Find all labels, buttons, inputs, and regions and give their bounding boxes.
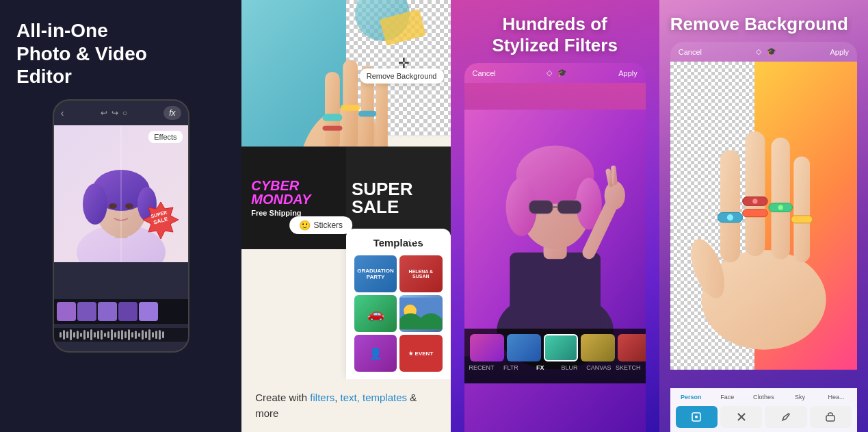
sale-text: SALE bbox=[352, 198, 445, 216]
redo-icon: ↪ bbox=[111, 108, 118, 118]
wave-bar bbox=[162, 331, 164, 338]
waveform-visual bbox=[54, 328, 188, 342]
fx-button[interactable]: fx bbox=[163, 106, 181, 120]
cyber-monday-text: CYBER bbox=[251, 179, 337, 192]
select-tool-button[interactable] bbox=[676, 406, 718, 428]
text-templates-link: text, templates bbox=[340, 392, 407, 403]
remove-background-badge: Remove Background bbox=[360, 68, 444, 84]
wave-bar bbox=[83, 330, 86, 340]
wave-bar bbox=[66, 331, 68, 338]
svg-rect-39 bbox=[464, 110, 646, 357]
super-text: SUPER bbox=[352, 180, 445, 198]
templates-panel: Templates GRADUATIONPARTY HELENA & SUSAN… bbox=[346, 229, 451, 379]
panel-1-title: All-in-One Photo & Video Editor bbox=[16, 19, 225, 88]
apply-button-3[interactable]: Apply bbox=[618, 69, 637, 77]
back-arrow-icon: ‹ bbox=[61, 107, 64, 118]
wave-bar bbox=[63, 330, 65, 340]
svg-rect-20 bbox=[358, 111, 376, 117]
panel-3: Hundreds of Stylized Filters Cancel ◇ 🎓 … bbox=[451, 0, 659, 432]
timeline-thumb bbox=[98, 302, 117, 321]
sale-sticker: SUPER SALE bbox=[140, 201, 181, 242]
wave-bar bbox=[128, 329, 130, 340]
timeline-strip bbox=[54, 299, 188, 324]
wave-bar bbox=[60, 332, 62, 338]
filter-tab-blur[interactable]: BLUR bbox=[555, 364, 584, 371]
tab-face[interactable]: Face bbox=[709, 392, 746, 402]
wave-bar bbox=[159, 330, 161, 340]
info-icon: ○ bbox=[122, 108, 127, 118]
svg-rect-43 bbox=[745, 131, 765, 256]
filter-tab-fx[interactable]: FX bbox=[525, 364, 555, 371]
hand-with-rings bbox=[670, 62, 857, 370]
tab-person[interactable]: Person bbox=[673, 392, 709, 402]
svg-rect-48 bbox=[742, 209, 767, 217]
phone-4-top-bar: Cancel ◇ 🎓 Apply bbox=[670, 42, 857, 62]
filter-thumb-5[interactable] bbox=[618, 334, 646, 361]
draw-tool-button[interactable] bbox=[765, 406, 806, 428]
wave-bar bbox=[145, 331, 147, 338]
effects-badge: Effects bbox=[148, 131, 182, 143]
wave-bar bbox=[97, 331, 99, 339]
wave-bar bbox=[80, 333, 82, 337]
filter-thumb-3-active[interactable] bbox=[544, 334, 578, 361]
templates-grid: GRADUATIONPARTY HELENA & SUSAN 🚗 👤 bbox=[354, 255, 443, 372]
filter-thumbnails bbox=[464, 329, 646, 364]
timeline-thumb bbox=[77, 302, 96, 321]
tab-sky[interactable]: Sky bbox=[782, 392, 818, 402]
template-thumb-graduation: GRADUATIONPARTY bbox=[354, 255, 397, 292]
svg-rect-16 bbox=[376, 78, 388, 150]
filter-tab-sketch[interactable]: SKETCH bbox=[614, 364, 643, 371]
filter-tab-labels: RECENT FLTR FX BLUR CANVAS SKETCH bbox=[464, 364, 646, 371]
toolbar-icons: ↩ ↪ ○ bbox=[101, 108, 127, 118]
apply-button-4[interactable]: Apply bbox=[830, 48, 849, 56]
filter-thumb-2[interactable] bbox=[507, 334, 541, 361]
erase-tool-button[interactable] bbox=[810, 406, 852, 428]
filter-tab-fltr[interactable]: FLTR bbox=[496, 364, 525, 371]
wave-bar bbox=[94, 332, 96, 338]
wave-bar bbox=[87, 331, 89, 338]
svg-point-53 bbox=[778, 205, 782, 210]
phone-screen-3: Cancel ◇ 🎓 Apply bbox=[464, 63, 646, 432]
svg-rect-42 bbox=[720, 150, 740, 262]
filter-tab-recent[interactable]: RECENT bbox=[467, 364, 497, 371]
phone-4-toolbar-icons: ◇ 🎓 bbox=[756, 47, 776, 56]
graduation-icon: 🎓 bbox=[557, 68, 567, 77]
wave-bar bbox=[118, 331, 120, 339]
filter-tab-canvas[interactable]: CANVAS bbox=[584, 364, 614, 371]
wave-bar bbox=[121, 330, 123, 340]
panel-2-description: Create with filters, text, templates & m… bbox=[255, 390, 436, 421]
panel-1: All-in-One Photo & Video Editor ‹ ↩ ↪ ○ … bbox=[0, 0, 241, 432]
template-thumb-portrait: 👤 bbox=[354, 335, 397, 372]
template-thumb-car: 🚗 bbox=[354, 295, 397, 332]
wave-bar bbox=[124, 331, 127, 338]
wave-bar bbox=[152, 332, 154, 338]
phone-3-top-bar: Cancel ◇ 🎓 Apply bbox=[464, 63, 646, 83]
svg-point-7 bbox=[109, 203, 117, 209]
filter-thumb-1[interactable] bbox=[470, 334, 504, 361]
phone-image-area: Effects SUPER SALE bbox=[54, 125, 188, 262]
cancel-button-4[interactable]: Cancel bbox=[679, 48, 702, 56]
svg-rect-58 bbox=[826, 416, 834, 421]
stickers-badge: 🙂 Stickers bbox=[289, 216, 352, 234]
shop-text: SHOP bbox=[408, 233, 439, 245]
wave-bar bbox=[135, 331, 137, 339]
svg-point-52 bbox=[752, 199, 757, 204]
wave-bar bbox=[73, 332, 75, 338]
panel-3-title: Hundreds of Stylized Filters bbox=[451, 0, 659, 63]
filter-thumb-4[interactable] bbox=[581, 334, 615, 361]
diamond-icon: ◇ bbox=[547, 68, 552, 77]
wave-bar bbox=[90, 329, 92, 340]
hand-rings-illustration bbox=[670, 62, 857, 370]
svg-rect-18 bbox=[323, 126, 343, 131]
wave-bar bbox=[70, 329, 72, 340]
svg-rect-14 bbox=[343, 60, 358, 149]
waveform-strip bbox=[54, 328, 188, 342]
tab-head[interactable]: Hea... bbox=[818, 392, 854, 402]
wave-bar bbox=[148, 329, 150, 340]
panel-2: ✛ Remove Background CYBER Monday Free Sh… bbox=[241, 0, 450, 432]
wave-bar bbox=[111, 329, 113, 340]
cancel-button-3[interactable]: Cancel bbox=[473, 69, 496, 77]
tab-clothes[interactable]: Clothes bbox=[746, 392, 782, 402]
filter-strip: RECENT FLTR FX BLUR CANVAS SKETCH bbox=[464, 329, 646, 383]
remove-tool-button[interactable] bbox=[720, 406, 762, 428]
